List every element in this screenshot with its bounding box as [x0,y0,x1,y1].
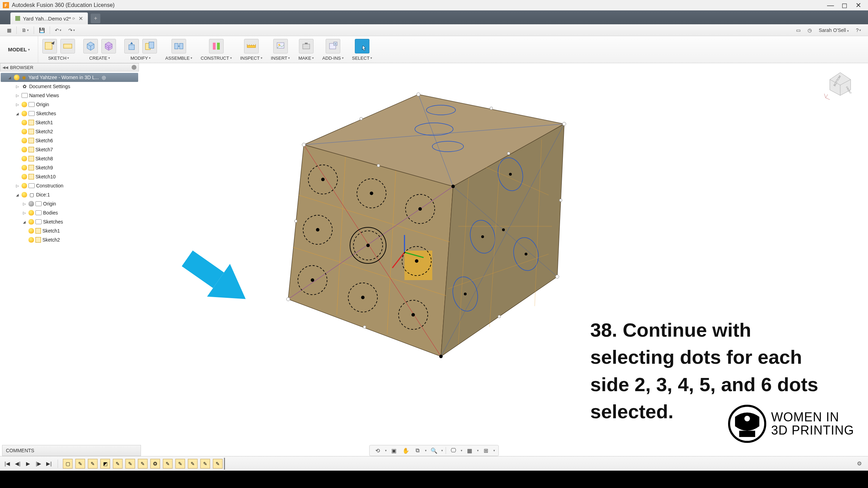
tree-origin[interactable]: Origin [1,100,138,109]
fit-button[interactable]: 🔍 [429,446,439,455]
tree-sketch1[interactable]: Sketch1 [1,118,138,127]
visibility-icon[interactable] [22,102,27,107]
visibility-icon[interactable] [22,129,27,134]
make-button[interactable] [299,39,314,53]
timeline-feature[interactable]: ✎ [125,459,135,469]
visibility-icon[interactable] [22,156,27,161]
timeline-end-button[interactable]: ▶| [45,460,53,468]
tree-construction[interactable]: Construction [1,181,138,190]
timeline-playhead[interactable] [224,458,225,470]
assemble-button[interactable] [172,39,186,53]
expand-icon[interactable] [15,192,20,197]
construct-button[interactable] [209,39,224,53]
minimize-button[interactable]: — [824,1,837,9]
document-tab[interactable]: Yard Yah...Demo v2* ⟳ ✕ [10,12,88,24]
ribbon-label-insert[interactable]: INSERT▾ [271,54,290,61]
workspace-switcher[interactable]: MODEL▾ [0,36,38,63]
tree-dice-sketch1[interactable]: Sketch1 [1,226,138,235]
viewcube[interactable]: BOTTOM FRONT [823,67,858,101]
tree-dice-sketches[interactable]: Sketches [1,217,138,226]
comments-panel-header[interactable]: COMMENTS [2,445,141,456]
timeline-feature[interactable]: ✎ [188,459,198,469]
expand-icon[interactable] [15,102,20,107]
tree-sketch6[interactable]: Sketch6 [1,136,138,145]
visibility-icon[interactable] [28,228,34,234]
extensions-button[interactable]: ▭ [793,27,804,33]
tree-named-views[interactable]: Named Views [1,91,138,100]
close-button[interactable]: ✕ [851,1,865,9]
tree-sketch2[interactable]: Sketch2 [1,127,138,136]
visibility-icon[interactable] [28,210,34,216]
timeline-feature[interactable]: ▢ [63,459,73,469]
tree-root[interactable]: ◉ Yard Yahtzee - Women in 3D L... ◎ [1,73,138,82]
ribbon-label-construct[interactable]: CONSTRUCT▾ [201,54,232,61]
press-pull-button[interactable] [124,39,139,53]
visibility-icon[interactable] [28,201,34,207]
tree-doc-settings[interactable]: ✿Document Settings [1,82,138,91]
insert-button[interactable] [273,39,288,53]
ribbon-label-create[interactable]: CREATE▾ [89,54,110,61]
user-menu[interactable]: Sarah O'Sell ▾ [815,27,852,33]
timeline-feature[interactable]: ✎ [175,459,185,469]
visibility-icon[interactable] [14,75,19,80]
job-status-button[interactable]: ◷ [804,27,815,33]
file-menu-button[interactable]: 🗎▾ [18,27,32,33]
timeline-step-fwd-button[interactable]: |▶ [35,460,42,468]
create-sketch-button[interactable] [42,39,57,53]
select-button[interactable] [355,39,369,53]
look-at-button[interactable]: ▣ [390,446,399,455]
timeline-feature[interactable]: ✎ [163,459,173,469]
visibility-icon[interactable] [22,174,27,179]
ribbon-label-select[interactable]: SELECT▾ [352,54,373,61]
box-button[interactable] [83,39,98,53]
tree-sketch9[interactable]: Sketch9 [1,163,138,172]
visibility-icon[interactable] [22,147,27,152]
expand-icon[interactable] [15,183,20,188]
timeline-feature[interactable]: ❂ [150,459,160,469]
timeline-settings-button[interactable]: ⚙ [857,460,865,467]
help-button[interactable]: ? ▾ [852,27,865,33]
tree-sketch7[interactable]: Sketch7 [1,145,138,154]
timeline-feature[interactable]: ✎ [213,459,223,469]
ribbon-label-sketch[interactable]: SKETCH▾ [48,54,69,61]
timeline-step-back-button[interactable]: ◀| [14,460,22,468]
redo-button[interactable]: ↷▾ [65,27,78,33]
orbit-button[interactable]: ⟲ [373,446,382,455]
ribbon-label-inspect[interactable]: INSPECT▾ [240,54,262,61]
grid-settings-button[interactable]: ▦ [465,446,474,455]
expand-icon[interactable] [15,111,20,116]
expand-icon[interactable] [22,210,27,215]
tree-sketches[interactable]: Sketches [1,109,138,118]
visibility-icon[interactable] [28,237,34,243]
form-button[interactable] [101,39,116,53]
tree-sketch8[interactable]: Sketch8 [1,154,138,163]
expand-icon[interactable] [22,219,27,224]
viewport-button[interactable]: ⊞ [482,446,491,455]
modify-button[interactable] [142,39,157,53]
browser-control-icon[interactable] [132,65,136,70]
tree-dice-sketch2[interactable]: Sketch2 [1,235,138,244]
tree-dice[interactable]: ▢Dice:1 [1,190,138,199]
zoom-button[interactable]: ⧉ [413,446,422,455]
expand-icon[interactable] [15,93,20,98]
activate-icon[interactable]: ◎ [102,75,106,80]
ribbon-label-make[interactable]: MAKE▾ [298,54,314,61]
pan-button[interactable]: ✋ [401,446,410,455]
visibility-icon[interactable] [22,192,27,197]
model-view[interactable] [271,84,583,389]
data-panel-button[interactable]: ▦ [3,27,15,33]
timeline-start-button[interactable]: |◀ [3,460,11,468]
timeline-feature[interactable]: ✎ [75,459,85,469]
undo-button[interactable]: ↶▾ [51,27,65,33]
timeline-feature[interactable]: ✎ [200,459,210,469]
addins-button[interactable]: + [326,39,340,53]
expand-icon[interactable] [7,75,12,80]
expand-icon[interactable] [15,84,20,89]
tree-bodies[interactable]: Bodies [1,208,138,217]
visibility-icon[interactable] [22,165,27,170]
visibility-icon[interactable] [22,183,27,188]
visibility-icon[interactable] [22,111,27,116]
ribbon-label-addins[interactable]: ADD-INS▾ [322,54,343,61]
new-tab-button[interactable]: + [91,14,100,23]
ribbon-label-modify[interactable]: MODIFY▾ [131,54,151,61]
